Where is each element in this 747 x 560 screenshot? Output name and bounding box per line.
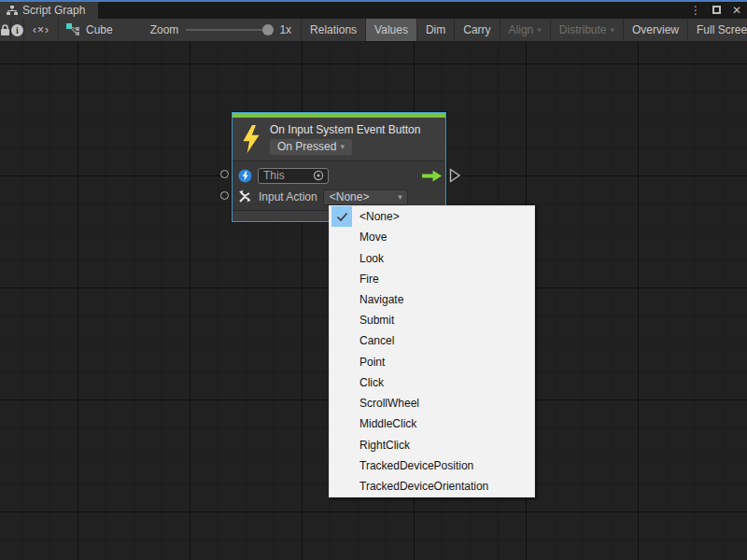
event-type-dropdown[interactable]: On Pressed ▾	[270, 139, 352, 155]
this-input-port[interactable]	[220, 170, 229, 178]
lock-icon	[0, 24, 10, 36]
this-port-row: This	[238, 166, 445, 185]
toolbar-button-dim[interactable]: Dim	[417, 19, 454, 41]
menu-item-click[interactable]: Click	[330, 372, 534, 393]
input-action-label: Input Action	[259, 190, 317, 203]
code-icon: ‹×›	[33, 23, 49, 36]
tab-bar: Script Graph	[0, 2, 747, 19]
this-object-field[interactable]: This	[258, 168, 329, 184]
tab-script-graph[interactable]: Script Graph	[0, 2, 98, 19]
graph-asset-crumb[interactable]: Cube	[59, 19, 122, 41]
toolbar-button-relations[interactable]: Relations	[302, 19, 365, 41]
input-action-port-row: Input Action <None> ▾	[238, 188, 445, 206]
input-action-menu: <None> Move Look Fire Navigate Submit Ca…	[329, 205, 535, 497]
green-arrow-icon	[422, 170, 442, 182]
toolbar-button-carry[interactable]: Carry	[455, 19, 499, 41]
menu-item-move[interactable]: Move	[330, 227, 534, 247]
graph-toolbar: i ‹×› Cube Zoom 1x Relations Values Dim …	[0, 19, 747, 42]
chevron-down-icon: ▾	[340, 142, 345, 151]
menu-item-point[interactable]: Point	[330, 352, 534, 372]
lock-button[interactable]	[0, 19, 10, 41]
chevron-down-icon: ▾	[610, 25, 614, 35]
zoom-slider[interactable]	[186, 29, 268, 31]
zoom-slider-knob[interactable]	[262, 24, 274, 35]
menu-item-trackeddeviceorientation[interactable]: TrackedDeviceOrientation	[330, 476, 534, 497]
node-graph-icon	[66, 23, 80, 36]
target-picker-icon[interactable]	[313, 170, 324, 181]
close-icon[interactable]: ✕	[730, 2, 743, 19]
tab-title: Script Graph	[22, 4, 85, 17]
menu-item-none[interactable]: <None>	[330, 206, 534, 227]
graph-asset-name: Cube	[86, 23, 113, 36]
inspect-button[interactable]: i	[11, 19, 23, 41]
check-icon	[331, 206, 352, 227]
node-body: This Input Action <None> ▾	[233, 161, 445, 210]
input-action-input-port[interactable]	[220, 191, 229, 200]
menu-item-cancel[interactable]: Cancel	[330, 330, 534, 351]
toolbar-button-values[interactable]: Values	[366, 19, 416, 41]
menu-item-trackeddeviceposition[interactable]: TrackedDevicePosition	[330, 455, 534, 476]
node-title: On Input System Event Button	[270, 123, 420, 136]
info-icon: i	[11, 24, 23, 36]
toolbar-button-distribute[interactable]: Distribute▾	[551, 19, 623, 41]
chevron-down-icon: ▾	[398, 192, 402, 202]
toolbar-button-fullscreen[interactable]: Full Screen	[688, 19, 747, 41]
menu-item-middleclick[interactable]: MiddleClick	[330, 413, 534, 434]
menu-item-look[interactable]: Look	[330, 247, 534, 268]
window-menu-icon[interactable]: ⋮	[689, 2, 702, 19]
menu-item-rightclick[interactable]: RightClick	[330, 434, 534, 455]
zoom-label: Zoom	[150, 23, 179, 36]
menu-item-navigate[interactable]: Navigate	[330, 289, 534, 310]
code-preview-button[interactable]: ‹×›	[24, 19, 58, 41]
cross-arrows-icon	[236, 189, 254, 205]
menu-item-submit[interactable]: Submit	[330, 310, 534, 330]
node-header[interactable]: On Input System Event Button On Pressed …	[233, 118, 445, 161]
hierarchy-icon	[7, 6, 18, 16]
blue-bolt-circle-icon	[238, 169, 252, 183]
triangle-port-icon[interactable]	[449, 168, 461, 187]
chevron-down-icon: ▾	[537, 25, 542, 35]
toolbar-button-align[interactable]: Align▾	[500, 19, 550, 41]
input-action-dropdown[interactable]: <None> ▾	[323, 189, 408, 205]
maximize-icon[interactable]	[710, 2, 723, 19]
zoom-value: 1x	[279, 23, 291, 36]
menu-item-scrollwheel[interactable]: ScrollWheel	[330, 393, 534, 413]
menu-item-fire[interactable]: Fire	[330, 269, 534, 289]
toolbar-button-overview[interactable]: Overview	[624, 19, 687, 41]
lightning-bolt-icon	[241, 125, 261, 153]
